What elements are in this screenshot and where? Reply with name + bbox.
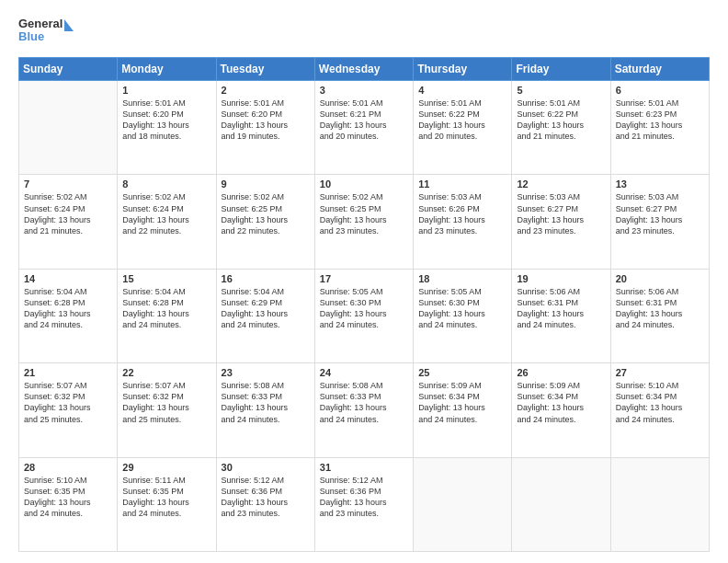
day-number: 30 [222,462,310,473]
day-info: Sunrise: 5:01 AMSunset: 6:22 PMDaylight:… [418,98,506,143]
svg-marker-0 [64,19,74,31]
day-info: Sunrise: 5:05 AMSunset: 6:30 PMDaylight:… [418,286,506,331]
calendar-cell: 28Sunrise: 5:10 AMSunset: 6:35 PMDayligh… [19,457,118,551]
calendar-cell: 12Sunrise: 5:03 AMSunset: 6:27 PMDayligh… [512,175,610,269]
day-info: Sunrise: 5:07 AMSunset: 6:32 PMDaylight:… [24,380,112,425]
calendar-cell [512,457,610,551]
day-info: Sunrise: 5:03 AMSunset: 6:26 PMDaylight:… [418,191,506,236]
calendar-header-cell: Friday [512,58,610,81]
calendar-week-row: 7Sunrise: 5:02 AMSunset: 6:24 PMDaylight… [19,175,710,269]
day-number: 11 [418,178,506,190]
calendar-cell: 26Sunrise: 5:09 AMSunset: 6:34 PMDayligh… [512,363,610,457]
day-info: Sunrise: 5:04 AMSunset: 6:29 PMDaylight:… [222,286,310,331]
day-number: 21 [24,367,112,378]
day-info: Sunrise: 5:03 AMSunset: 6:27 PMDaylight:… [517,191,605,236]
svg-text:General: General [18,17,63,30]
day-info: Sunrise: 5:06 AMSunset: 6:31 PMDaylight:… [517,286,605,331]
day-info: Sunrise: 5:06 AMSunset: 6:31 PMDaylight:… [616,286,704,331]
day-number: 9 [222,178,310,190]
day-info: Sunrise: 5:04 AMSunset: 6:28 PMDaylight:… [122,286,210,331]
day-info: Sunrise: 5:03 AMSunset: 6:27 PMDaylight:… [616,191,704,236]
calendar-cell: 11Sunrise: 5:03 AMSunset: 6:26 PMDayligh… [414,175,512,269]
day-number: 22 [122,367,210,378]
calendar-header-cell: Saturday [610,58,709,81]
day-number: 31 [320,462,408,473]
day-number: 3 [320,85,408,96]
calendar-header-cell: Monday [118,58,216,81]
calendar-header-cell: Tuesday [216,58,314,81]
day-number: 25 [418,367,506,378]
day-number: 18 [418,273,506,284]
calendar-header-cell: Sunday [19,58,118,81]
day-info: Sunrise: 5:10 AMSunset: 6:35 PMDaylight:… [24,475,112,520]
day-number: 5 [517,85,605,96]
day-info: Sunrise: 5:12 AMSunset: 6:36 PMDaylight:… [222,475,310,520]
day-number: 29 [122,462,210,473]
calendar-cell: 6Sunrise: 5:01 AMSunset: 6:23 PMDaylight… [610,81,709,175]
calendar-cell [610,457,709,551]
header: GeneralBlue [18,15,710,48]
calendar-cell: 15Sunrise: 5:04 AMSunset: 6:28 PMDayligh… [118,269,216,362]
calendar-cell: 7Sunrise: 5:02 AMSunset: 6:24 PMDaylight… [19,175,118,269]
calendar-cell: 16Sunrise: 5:04 AMSunset: 6:29 PMDayligh… [216,269,314,362]
day-info: Sunrise: 5:10 AMSunset: 6:34 PMDaylight:… [616,380,704,425]
day-info: Sunrise: 5:01 AMSunset: 6:23 PMDaylight:… [616,98,704,143]
day-info: Sunrise: 5:11 AMSunset: 6:35 PMDaylight:… [122,475,210,520]
calendar-cell: 13Sunrise: 5:03 AMSunset: 6:27 PMDayligh… [610,175,709,269]
day-number: 6 [616,85,704,96]
page: GeneralBlue SundayMondayTuesdayWednesday… [0,0,728,563]
calendar-cell: 1Sunrise: 5:01 AMSunset: 6:20 PMDaylight… [118,81,216,175]
calendar-body: 1Sunrise: 5:01 AMSunset: 6:20 PMDaylight… [19,81,710,552]
calendar-cell: 31Sunrise: 5:12 AMSunset: 6:36 PMDayligh… [314,457,413,551]
calendar-header-cell: Wednesday [314,58,413,81]
calendar-week-row: 14Sunrise: 5:04 AMSunset: 6:28 PMDayligh… [19,269,710,362]
day-info: Sunrise: 5:01 AMSunset: 6:22 PMDaylight:… [517,98,605,143]
day-info: Sunrise: 5:01 AMSunset: 6:20 PMDaylight:… [122,98,210,143]
calendar-cell: 9Sunrise: 5:02 AMSunset: 6:25 PMDaylight… [216,175,314,269]
calendar-cell: 23Sunrise: 5:08 AMSunset: 6:33 PMDayligh… [216,363,314,457]
calendar-cell: 29Sunrise: 5:11 AMSunset: 6:35 PMDayligh… [118,457,216,551]
day-info: Sunrise: 5:01 AMSunset: 6:21 PMDaylight:… [320,98,408,143]
day-number: 2 [222,85,310,96]
calendar-cell: 19Sunrise: 5:06 AMSunset: 6:31 PMDayligh… [512,269,610,362]
day-info: Sunrise: 5:12 AMSunset: 6:36 PMDaylight:… [320,475,408,520]
day-info: Sunrise: 5:09 AMSunset: 6:34 PMDaylight:… [517,380,605,425]
calendar-week-row: 21Sunrise: 5:07 AMSunset: 6:32 PMDayligh… [19,363,710,457]
day-info: Sunrise: 5:05 AMSunset: 6:30 PMDaylight:… [320,286,408,331]
calendar-cell: 20Sunrise: 5:06 AMSunset: 6:31 PMDayligh… [610,269,709,362]
calendar-cell: 2Sunrise: 5:01 AMSunset: 6:20 PMDaylight… [216,81,314,175]
day-number: 7 [24,178,112,190]
day-number: 13 [616,178,704,190]
calendar-cell: 22Sunrise: 5:07 AMSunset: 6:32 PMDayligh… [118,363,216,457]
day-info: Sunrise: 5:08 AMSunset: 6:33 PMDaylight:… [222,380,310,425]
calendar-cell: 10Sunrise: 5:02 AMSunset: 6:25 PMDayligh… [314,175,413,269]
day-number: 28 [24,462,112,473]
day-number: 1 [122,85,210,96]
day-number: 24 [320,367,408,378]
calendar-cell: 24Sunrise: 5:08 AMSunset: 6:33 PMDayligh… [314,363,413,457]
day-number: 17 [320,273,408,284]
day-number: 4 [418,85,506,96]
day-number: 15 [122,273,210,284]
day-number: 23 [222,367,310,378]
day-info: Sunrise: 5:02 AMSunset: 6:25 PMDaylight:… [222,191,310,236]
calendar-cell: 17Sunrise: 5:05 AMSunset: 6:30 PMDayligh… [314,269,413,362]
logo: GeneralBlue [18,15,74,48]
day-info: Sunrise: 5:02 AMSunset: 6:24 PMDaylight:… [122,191,210,236]
day-info: Sunrise: 5:08 AMSunset: 6:33 PMDaylight:… [320,380,408,425]
calendar-cell: 30Sunrise: 5:12 AMSunset: 6:36 PMDayligh… [216,457,314,551]
day-info: Sunrise: 5:04 AMSunset: 6:28 PMDaylight:… [24,286,112,331]
day-number: 8 [122,178,210,190]
calendar-cell: 4Sunrise: 5:01 AMSunset: 6:22 PMDaylight… [414,81,512,175]
calendar-cell: 21Sunrise: 5:07 AMSunset: 6:32 PMDayligh… [19,363,118,457]
day-info: Sunrise: 5:02 AMSunset: 6:24 PMDaylight:… [24,191,112,236]
day-info: Sunrise: 5:01 AMSunset: 6:20 PMDaylight:… [222,98,310,143]
calendar-cell: 8Sunrise: 5:02 AMSunset: 6:24 PMDaylight… [118,175,216,269]
day-number: 14 [24,273,112,284]
day-number: 16 [222,273,310,284]
day-info: Sunrise: 5:07 AMSunset: 6:32 PMDaylight:… [122,380,210,425]
day-number: 12 [517,178,605,190]
calendar-week-row: 1Sunrise: 5:01 AMSunset: 6:20 PMDaylight… [19,81,710,175]
svg-text:Blue: Blue [18,29,44,43]
day-number: 19 [517,273,605,284]
